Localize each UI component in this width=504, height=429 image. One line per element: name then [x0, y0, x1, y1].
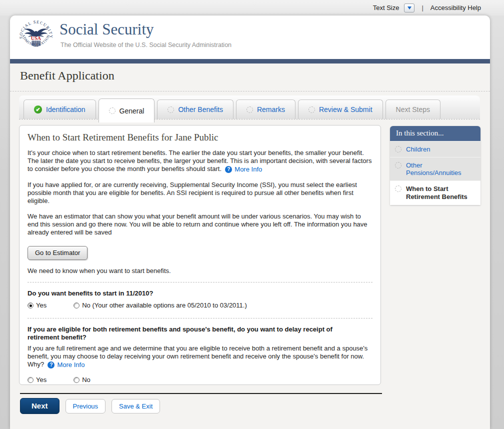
- help-icon: ?: [225, 166, 232, 173]
- section-heading: When to Start Retirement Benefits for Ja…: [28, 132, 372, 143]
- question1-label: Do you want benefits to start in 11/2010…: [28, 290, 372, 298]
- chevron-down-icon: [408, 6, 412, 10]
- question2-options: Yes No: [28, 376, 372, 384]
- check-complete-icon: ✔: [34, 106, 42, 114]
- sidebar-item-label: Other Pensions/Annuities: [406, 162, 476, 176]
- start-prompt: We need to know when you want to start b…: [28, 267, 372, 275]
- intro-text: It's your choice when to start retiremen…: [28, 149, 372, 172]
- question2-label: If you are eligible for both retirement …: [28, 326, 358, 342]
- dashed-circle-icon: [308, 106, 315, 113]
- tab-label: Other Benefits: [178, 106, 223, 114]
- help-icon: ?: [48, 362, 54, 368]
- text-size-label: Text Size: [373, 4, 400, 12]
- masthead: SOCIAL SECURITY ADMINISTRATION USA Socia…: [10, 16, 490, 59]
- dashed-circle-icon: [395, 146, 402, 152]
- dashed-circle-icon: [168, 106, 174, 113]
- tab-identification[interactable]: ✔ Identification: [24, 100, 96, 119]
- tab-review-submit[interactable]: Review & Submit: [298, 100, 383, 119]
- intro-paragraph: It's your choice when to start retiremen…: [28, 149, 372, 174]
- next-button[interactable]: Next: [20, 398, 60, 414]
- content-panel: When to Start Retirement Benefits for Ja…: [19, 125, 381, 385]
- tab-label: Remarks: [257, 106, 285, 114]
- page-card: SOCIAL SECURITY ADMINISTRATION USA Socia…: [10, 16, 490, 429]
- radio-label: Yes: [36, 302, 46, 309]
- radio-button[interactable]: [74, 302, 80, 308]
- sidebar-header: In this section...: [390, 126, 480, 141]
- dashed-circle-icon: [395, 186, 402, 192]
- ssa-seal-logo: SOCIAL SECURITY ADMINISTRATION USA: [18, 20, 54, 55]
- question2-option-no[interactable]: No: [74, 376, 90, 384]
- sidebar-item-children[interactable]: Children: [390, 141, 480, 157]
- footer-divider: [20, 393, 382, 394]
- tab-label: Next Steps: [396, 106, 430, 114]
- question1-option-no[interactable]: No (Your other available options are 05/…: [74, 302, 247, 309]
- more-info-label: More Info: [234, 166, 262, 174]
- question2-help: If you are full retirement age and we de…: [28, 344, 372, 369]
- radio-label: No: [82, 376, 90, 384]
- go-to-estimator-button[interactable]: Go to Estimator: [28, 246, 88, 260]
- more-info-label: More Info: [57, 361, 84, 369]
- page-title: Benefit Application: [20, 69, 114, 82]
- section-sidebar: In this section... Children Other Pensio…: [390, 126, 480, 205]
- question1-option-yes[interactable]: Yes: [28, 302, 46, 309]
- save-exit-button[interactable]: Save & Exit: [112, 399, 160, 414]
- title-divider: [10, 91, 490, 92]
- tab-label: Identification: [46, 106, 86, 114]
- tab-other-benefits[interactable]: Other Benefits: [157, 100, 234, 119]
- estimator-paragraph: We have an estimator that can show you w…: [28, 212, 372, 236]
- navy-divider-bar: [10, 59, 490, 64]
- footer-buttons: Next Previous Save & Exit: [20, 398, 160, 414]
- dashed-circle-icon: [246, 106, 253, 113]
- more-info-link-q2[interactable]: ?More Info: [48, 361, 84, 369]
- ssi-paragraph: If you have applied for, or are currentl…: [28, 181, 372, 205]
- accessibility-help-link[interactable]: Accessibility Help: [430, 4, 481, 12]
- divider: [28, 282, 372, 282]
- divider: [28, 318, 372, 318]
- tab-label: Review & Submit: [319, 106, 372, 114]
- seal-usa-text: USA: [31, 36, 42, 41]
- site-title: Social Security: [60, 20, 154, 38]
- radio-button-selected[interactable]: [28, 302, 34, 308]
- question1-options: Yes No (Your other available options are…: [28, 302, 372, 309]
- question2-option-yes[interactable]: Yes: [28, 376, 46, 384]
- dashed-circle-icon: [109, 108, 116, 114]
- sidebar-item-when-to-start: When to Start Retirement Benefits: [390, 180, 480, 205]
- tab-general[interactable]: General: [98, 98, 155, 122]
- tab-strip: ✔ Identification General Other Benefits …: [19, 96, 480, 120]
- dashed-circle-icon: [395, 162, 402, 168]
- radio-label: Yes: [36, 376, 46, 384]
- radio-label: No (Your other available options are 05/…: [82, 302, 247, 309]
- previous-button[interactable]: Previous: [66, 399, 106, 414]
- utility-bar: Text Size | Accessibility Help: [0, 0, 504, 16]
- tab-remarks[interactable]: Remarks: [236, 100, 296, 119]
- tab-label: General: [120, 107, 144, 115]
- sidebar-item-label: Children: [406, 146, 430, 153]
- site-subtitle: The Official Website of the U.S. Social …: [60, 42, 232, 48]
- text-size-dropdown-button[interactable]: [404, 4, 414, 12]
- radio-button[interactable]: [28, 377, 34, 383]
- sidebar-item-other-pensions[interactable]: Other Pensions/Annuities: [390, 157, 480, 180]
- utility-divider: |: [420, 4, 425, 12]
- radio-button[interactable]: [74, 377, 80, 383]
- sidebar-item-label: When to Start Retirement Benefits: [406, 185, 468, 201]
- more-info-link-intro[interactable]: ?More Info: [225, 166, 262, 174]
- tab-next-steps: Next Steps: [386, 100, 440, 119]
